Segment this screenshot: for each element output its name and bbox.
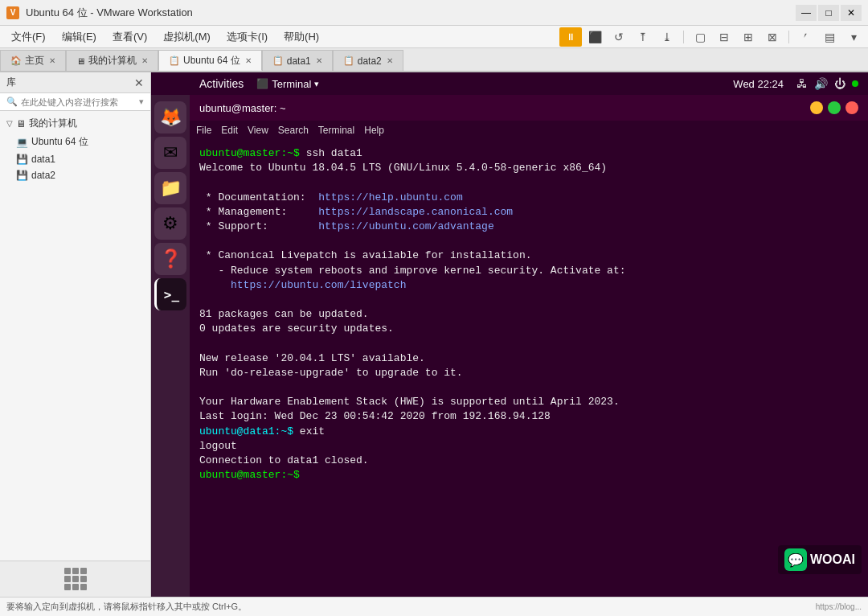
tab-ubuntu-close[interactable]: ✕ [245, 56, 252, 65]
tb-icon-2[interactable]: ↺ [608, 27, 630, 47]
pause-button[interactable]: ⏸ [559, 27, 582, 47]
sidebar-header: 库 ✕ [0, 72, 150, 93]
maximize-button[interactable]: □ [818, 5, 839, 21]
dock-mail-icon[interactable]: ✉ [154, 137, 186, 169]
term-menu-terminal[interactable]: Terminal [318, 125, 354, 136]
dock-help-icon[interactable]: ❓ [154, 243, 186, 275]
menu-edit[interactable]: 编辑(E) [54, 27, 104, 47]
title-bar: V Ubuntu 64 位 - VMware Workstation — □ ✕ [0, 0, 868, 26]
tb-icon-4[interactable]: ⤓ [656, 27, 678, 47]
tree-root-label: 我的计算机 [29, 117, 77, 130]
apps-grid-icon[interactable] [64, 568, 87, 590]
system-time: Wed 22:24 [733, 78, 784, 90]
tb-icon-11[interactable]: ▾ [842, 27, 865, 47]
tab-data1[interactable]: 📋 data1 ✕ [262, 50, 333, 71]
terminal-window-controls [810, 101, 858, 114]
term-menu-help[interactable]: Help [364, 125, 384, 136]
vmware-icon: V [6, 6, 19, 19]
dock-system-icon[interactable]: ⚙ [154, 207, 186, 240]
dock-files-icon[interactable]: 📁 [154, 172, 186, 204]
tab-data2[interactable]: 📋 data2 ✕ [333, 50, 403, 71]
bottom-bar: 要将输入定向到虚拟机，请将鼠标指针移入其中或按 Ctrl+G。 https://… [0, 597, 868, 616]
terminal-window: ubuntu@master: ~ File Edit View Search T… [190, 95, 868, 597]
tb-icon-9[interactable]: ⎖ [794, 27, 817, 47]
tb-icon-7[interactable]: ⊞ [737, 27, 760, 47]
ubuntu-dock: 🦊 ✉ 📁 ⚙ ❓ >_ [151, 95, 190, 597]
tree-data1-label: data1 [31, 154, 55, 165]
bottom-url: https://blog... [816, 602, 862, 611]
tree-data2[interactable]: 💾 data2 [0, 167, 150, 183]
main-area: 库 ✕ 🔍 ▾ ▽ 🖥 我的计算机 💻 Ubuntu 64 位 💾 data1 [0, 72, 868, 597]
terminal-titlebar: ubuntu@master: ~ [190, 95, 868, 121]
term-menu-edit[interactable]: Edit [221, 125, 238, 136]
computer-icon: 🖥 [16, 118, 26, 129]
data2-tab-icon: 📋 [343, 55, 354, 66]
toolbar: ⏸ ⬛ ↺ ⤒ ⤓ ▢ ⊟ ⊞ ⊠ ⎖ ▤ ▾ [559, 27, 865, 47]
search-dropdown-icon[interactable]: ▾ [139, 97, 144, 107]
terminal-content[interactable]: ubuntu@master:~$ ssh data1Welcome to Ubu… [190, 140, 868, 597]
term-menu-file[interactable]: File [196, 125, 211, 136]
tab-data2-label: data2 [358, 55, 382, 67]
tb-icon-8[interactable]: ⊠ [761, 27, 784, 47]
tab-home[interactable]: 🏠 主页 ✕ [0, 50, 66, 71]
tb-icon-6[interactable]: ⊟ [713, 27, 735, 47]
tab-mycomputer-close[interactable]: ✕ [141, 56, 148, 65]
search-input[interactable] [21, 97, 139, 107]
tab-ubuntu-label: Ubuntu 64 位 [183, 54, 240, 68]
menu-help[interactable]: 帮助(H) [276, 27, 327, 47]
tree-data1[interactable]: 💾 data1 [0, 151, 150, 167]
tab-ubuntu[interactable]: 📋 Ubuntu 64 位 ✕ [158, 50, 262, 71]
menu-file[interactable]: 文件(F) [3, 27, 54, 47]
tree-data2-label: data2 [31, 170, 55, 181]
tb-icon-3[interactable]: ⤒ [632, 27, 654, 47]
bottom-hint: 要将输入定向到虚拟机，请将鼠标指针移入其中或按 Ctrl+G。 [6, 601, 247, 613]
power-icon: ⏻ [834, 77, 845, 90]
dock-firefox-icon[interactable]: 🦊 [154, 101, 186, 133]
tb-icon-5[interactable]: ▢ [689, 27, 711, 47]
activities-label[interactable]: Activities [199, 77, 244, 90]
tree-ubuntu[interactable]: 💻 Ubuntu 64 位 [0, 133, 150, 151]
terminal-button[interactable]: ⬛ Terminal ▾ [256, 78, 319, 90]
terminal-window-title: ubuntu@master: ~ [199, 102, 286, 114]
ubuntu-tab-icon: 📋 [169, 55, 180, 66]
ubuntu-topbar: Activities ⬛ Terminal ▾ Wed 22:24 🖧 🔊 ⏻ [190, 72, 868, 95]
network-icon: 🖧 [796, 77, 808, 90]
terminal-icon: ⬛ [256, 78, 268, 89]
tree-area: ▽ 🖥 我的计算机 💻 Ubuntu 64 位 💾 data1 💾 data2 [0, 111, 150, 561]
minimize-button[interactable]: — [796, 5, 817, 21]
tab-mycomputer-label: 我的计算机 [88, 54, 137, 68]
terminal-minimize-btn[interactable] [810, 101, 823, 114]
terminal-dropdown-icon: ▾ [314, 79, 319, 89]
term-menu-view[interactable]: View [248, 125, 268, 136]
tb-icon-1[interactable]: ⬛ [583, 27, 606, 47]
data1-tab-icon: 📋 [272, 55, 284, 66]
menu-tabs[interactable]: 选项卡(I) [219, 27, 276, 47]
sidebar-bottom-icons [0, 561, 150, 597]
wooai-label: WOOAI [810, 552, 855, 567]
tab-data1-close[interactable]: ✕ [316, 56, 322, 65]
status-indicator [852, 80, 858, 87]
tb-icon-10[interactable]: ▤ [818, 27, 841, 47]
ubuntu-node-icon: 💻 [16, 137, 28, 148]
menu-view[interactable]: 查看(V) [104, 27, 155, 47]
home-tab-icon: 🏠 [10, 55, 22, 66]
close-button[interactable]: ✕ [841, 5, 862, 21]
sidebar-search-area: 🔍 ▾ [0, 93, 150, 111]
sidebar-close-icon[interactable]: ✕ [134, 76, 144, 89]
terminal-close-btn[interactable] [845, 101, 858, 114]
tab-home-label: 主页 [25, 54, 44, 68]
dock-terminal-icon[interactable]: >_ [154, 278, 186, 310]
tab-mycomputer[interactable]: 🖥 我的计算机 ✕ [66, 50, 158, 71]
sidebar: 库 ✕ 🔍 ▾ ▽ 🖥 我的计算机 💻 Ubuntu 64 位 💾 data1 [0, 72, 151, 597]
data2-node-icon: 💾 [16, 170, 28, 181]
term-menu-search[interactable]: Search [278, 125, 309, 136]
status-icons: 🖧 🔊 ⏻ [796, 77, 858, 90]
menu-vm[interactable]: 虚拟机(M) [155, 27, 219, 47]
data1-node-icon: 💾 [16, 154, 28, 165]
tab-home-close[interactable]: ✕ [49, 56, 55, 65]
tree-root[interactable]: ▽ 🖥 我的计算机 [0, 114, 150, 133]
tab-data2-close[interactable]: ✕ [387, 56, 393, 65]
title-bar-left: V Ubuntu 64 位 - VMware Workstation [6, 6, 193, 20]
vm-screen[interactable]: 🦊 ✉ 📁 ⚙ ❓ >_ Activities ⬛ Terminal ▾ Wed… [151, 72, 868, 597]
terminal-maximize-btn[interactable] [828, 101, 841, 114]
